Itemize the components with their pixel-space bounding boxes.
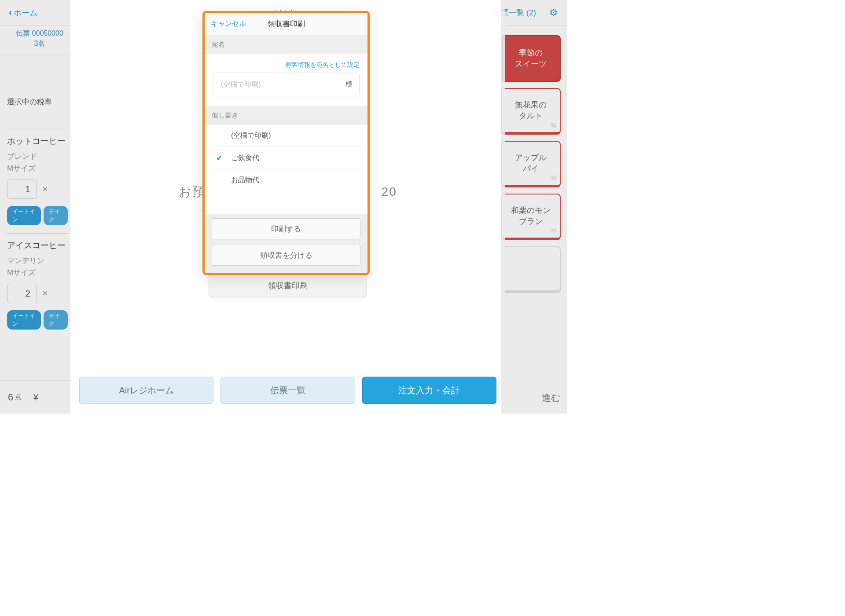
note-option-blank[interactable]: (空欄で印刷): [205, 125, 367, 147]
split-receipt-button[interactable]: 領収書を分ける: [212, 245, 360, 266]
slip-number: 伝票 00050000: [0, 29, 79, 38]
multiply-icon: ×: [42, 288, 48, 299]
note-label: ご飲食代: [231, 154, 259, 163]
multiply-icon: ×: [42, 183, 48, 195]
tile-line1: 季節の: [519, 48, 543, 59]
item-count-unit: 点: [15, 393, 22, 401]
chevron-left-icon: ‹: [9, 7, 12, 18]
item-size: Mサイズ: [7, 163, 68, 173]
proceed-button[interactable]: 進む: [542, 392, 561, 404]
product-tile-apple-pie[interactable]: アップル パイ 🛍: [501, 141, 561, 187]
sama-suffix: 様: [345, 80, 353, 89]
qty-input[interactable]: 2: [7, 284, 37, 303]
note-label: お品物代: [231, 176, 259, 185]
home-label: ホーム: [14, 7, 37, 18]
note-option-food[interactable]: ✔ ご飲食代: [205, 147, 367, 169]
eatin-tag[interactable]: イートイン: [7, 206, 41, 225]
product-grid: 季節の スイーツ 無花果の タルト 🛍 アップル パイ 🛍 和栗のモン ブラン …: [501, 31, 567, 293]
item-title: ホットコーヒー: [7, 136, 68, 147]
qty-row: 2 ×: [7, 284, 68, 303]
item-title: アイスコーヒー: [7, 240, 68, 251]
item-variant: マンデリン: [7, 256, 68, 266]
slip-list-button[interactable]: 伝票一覧: [220, 377, 355, 404]
complete-middle-buttons: 領収書印刷: [209, 274, 367, 297]
order-entry-button[interactable]: 注文入力・会計: [362, 377, 496, 404]
tile-line2: タルト: [519, 110, 543, 121]
addressee-input[interactable]: [213, 73, 360, 96]
tax-rate-label: 選択中の税率: [7, 97, 68, 107]
left-panel: 選択中の税率 ホットコーヒー ブレンド Mサイズ 1 × イートイン テイク ア…: [0, 57, 75, 337]
tag-row: イートイン テイク: [7, 310, 68, 330]
slip-people: 3名: [0, 39, 79, 48]
note-section-label: 但し書き: [205, 106, 367, 125]
print-button[interactable]: 印刷する: [212, 218, 360, 239]
use-customer-info-link[interactable]: 顧客情報を宛名として設定: [205, 54, 367, 73]
note-label: (空欄で印刷): [231, 131, 271, 140]
item-size: Mサイズ: [7, 268, 68, 278]
yen-icon: ¥: [33, 392, 38, 403]
tile-line2: ブラン: [519, 216, 543, 227]
modal-header: キャンセル 領収書印刷: [205, 13, 367, 35]
item-variant: ブレンド: [7, 151, 68, 161]
modal-footer: 印刷する 領収書を分ける: [205, 214, 367, 273]
tile-line1: 無花果の: [515, 99, 547, 110]
product-tile-seasonal[interactable]: 季節の スイーツ: [501, 35, 561, 82]
takeout-tag[interactable]: テイク: [44, 206, 68, 225]
takeout-tag[interactable]: テイク: [44, 310, 68, 330]
bag-icon: 🛍: [550, 226, 556, 235]
bag-icon: 🛍: [550, 121, 556, 129]
eatin-tag[interactable]: イートイン: [7, 310, 41, 330]
note-options: (空欄で印刷) ✔ ご飲食代 お品物代: [205, 125, 367, 191]
product-tile-fig-tart[interactable]: 無花果の タルト 🛍: [501, 88, 561, 135]
bottom-action-row: Airレジホーム 伝票一覧 注文入力・会計: [79, 377, 496, 404]
bag-icon: 🛍: [550, 173, 556, 182]
topbar-left: ‹ ホーム: [9, 7, 37, 18]
tile-line1: アップル: [515, 152, 547, 163]
product-tile-montblanc[interactable]: 和栗のモン ブラン 🛍: [501, 194, 561, 240]
order-item: アイスコーヒー マンデリン Mサイズ 2 × イートイン テイク: [7, 233, 68, 337]
order-item: ホットコーヒー ブレンド Mサイズ 1 × イートイン テイク: [7, 129, 68, 233]
tile-line2: パイ: [523, 163, 539, 174]
slip-info: 伝票 00050000 3名: [0, 26, 79, 55]
qty-input[interactable]: 1: [7, 180, 37, 199]
item-count: 6: [8, 392, 13, 403]
product-tile-empty[interactable]: [501, 246, 561, 293]
bottom-totals: 6 点 ¥: [0, 380, 75, 414]
deposit-prefix: お預: [179, 185, 206, 198]
note-option-goods[interactable]: お品物代: [205, 169, 367, 191]
check-icon: ✔: [216, 153, 225, 163]
deposit-suffix: 20: [382, 185, 397, 198]
back-home-button[interactable]: ‹ ホーム: [9, 7, 37, 18]
airregi-home-button[interactable]: Airレジホーム: [79, 377, 213, 404]
addressee-input-wrap: 様: [205, 73, 367, 106]
gear-icon[interactable]: ⚙: [549, 7, 558, 18]
tag-row: イートイン テイク: [7, 206, 68, 225]
qty-row: 1 ×: [7, 180, 68, 199]
receipt-print-button-bg[interactable]: 領収書印刷: [209, 274, 367, 297]
addressee-section-label: 宛名: [205, 35, 367, 54]
tile-line2: スイーツ: [515, 59, 547, 70]
receipt-print-modal: キャンセル 領収書印刷 宛名 顧客情報を宛名として設定 様 但し書き (空欄で印…: [202, 11, 370, 275]
tile-line1: 和栗のモン: [511, 205, 551, 216]
cancel-button[interactable]: キャンセル: [211, 19, 246, 29]
